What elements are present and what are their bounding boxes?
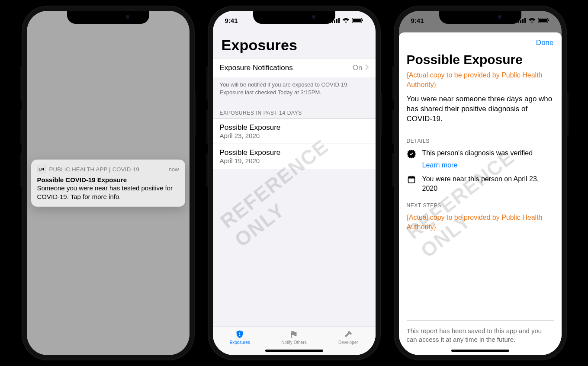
hammer-icon <box>343 330 354 339</box>
tab-label: Exposures <box>230 340 250 345</box>
row-label: Exposure Notifications <box>220 64 293 72</box>
device-notch <box>67 11 149 24</box>
tab-exposures[interactable]: Exposures <box>213 330 267 345</box>
exposure-date: April 23, 2020 <box>220 132 369 139</box>
sheet-body: You were near someone three days ago who… <box>407 94 554 124</box>
status-time: 9:41 <box>225 17 238 24</box>
svg-rect-2 <box>362 19 363 21</box>
exposure-notifications-row[interactable]: Exposure Notifications On <box>213 58 376 77</box>
row-footer-text: You will be notified if you are exposed … <box>213 77 376 98</box>
wifi-icon <box>342 18 350 23</box>
home-indicator[interactable] <box>265 350 323 352</box>
device-notch <box>439 11 521 24</box>
phone-exposures-list: 9:41 REFERENCE ONLY Exposures Exp <box>208 6 381 360</box>
row-value: On <box>353 64 363 72</box>
battery-icon <box>538 18 549 23</box>
svg-rect-6 <box>539 19 547 22</box>
next-steps-section-label: NEXT STEPS <box>407 202 554 209</box>
svg-point-3 <box>239 335 241 336</box>
exposure-date: April 19, 2020 <box>220 157 369 164</box>
svg-rect-9 <box>408 177 414 178</box>
sheet-title: Possible Exposure <box>407 52 554 67</box>
done-button[interactable]: Done <box>536 39 554 47</box>
exposure-list-item[interactable]: Possible Exposure April 19, 2020 <box>213 144 376 169</box>
notification-time: now <box>169 166 179 172</box>
tab-label: Developer <box>338 340 358 345</box>
detail-date-row: You were near this person on April 23, 2… <box>407 174 554 193</box>
svg-rect-10 <box>409 176 410 177</box>
svg-rect-11 <box>412 176 413 177</box>
wifi-icon <box>528 18 536 23</box>
tab-developer[interactable]: Developer <box>321 330 375 345</box>
svg-rect-1 <box>353 19 361 22</box>
status-time: 9:41 <box>411 17 424 24</box>
chevron-right-icon <box>365 64 369 72</box>
exposure-title: Possible Exposure <box>220 123 369 132</box>
page-title: Exposures <box>222 37 367 54</box>
authority-placeholder-top: {Actual copy to be provided by Public He… <box>407 71 554 89</box>
detail-text: You were near this person on April 23, 2… <box>422 174 554 193</box>
section-header: EXPOSURES IN PAST 14 DAYS <box>213 98 376 119</box>
notification-app-icon: EN <box>37 165 46 173</box>
svg-rect-4 <box>239 332 240 334</box>
flag-icon <box>288 330 299 339</box>
exposure-title: Possible Exposure <box>220 148 369 157</box>
authority-placeholder-next: {Actual copy to be provided by Public He… <box>407 213 554 231</box>
push-notification-banner[interactable]: EN PUBLIC HEALTH APP | COVID-19 now Poss… <box>31 160 185 207</box>
device-notch <box>253 11 335 24</box>
phone-notification-lockscreen: EN PUBLIC HEALTH APP | COVID-19 now Poss… <box>22 6 195 360</box>
tab-notify-others[interactable]: Notify Others <box>267 330 321 345</box>
battery-icon <box>352 18 363 23</box>
sheet-footer-note: This report has been saved to this app a… <box>407 320 554 344</box>
detail-verified-row: This person's diagnosis was verified <box>407 148 554 159</box>
learn-more-link[interactable]: Learn more <box>422 161 554 169</box>
details-section-label: DETAILS <box>407 138 554 144</box>
notification-body: Someone you were near has tested positiv… <box>37 184 179 202</box>
notification-app-name: PUBLIC HEALTH APP | COVID-19 <box>49 166 140 172</box>
exposure-detail-sheet: REFERENCE ONLY Done Possible Exposure {A… <box>399 32 562 355</box>
exposure-list-item[interactable]: Possible Exposure April 23, 2020 <box>213 119 376 144</box>
notification-title: Possible COVID-19 Exposure <box>37 176 179 183</box>
svg-rect-7 <box>548 19 549 21</box>
phone-exposure-detail: 9:41 REFERENCE ONLY Done Possible E <box>394 6 567 360</box>
home-indicator[interactable] <box>451 350 509 352</box>
tab-label: Notify Others <box>281 340 306 345</box>
detail-text: This person's diagnosis was verified <box>422 148 533 158</box>
verified-badge-icon <box>407 149 416 159</box>
calendar-icon <box>407 175 416 184</box>
shield-alert-icon <box>234 330 245 339</box>
